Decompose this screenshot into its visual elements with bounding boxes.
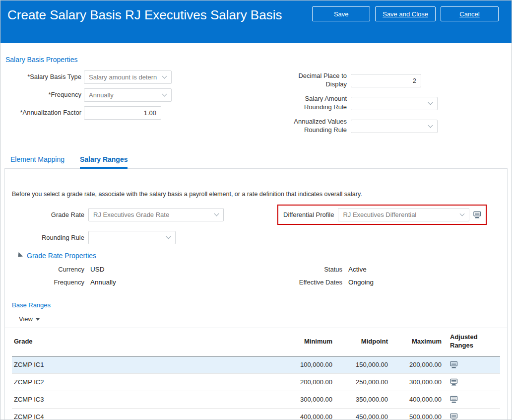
app-header: Create Salary Basis RJ Executives Salary… xyxy=(0,0,512,43)
frequency-value: Annually xyxy=(89,91,114,99)
adjusted-ranges-icon[interactable] xyxy=(450,413,458,420)
grade-frequency-value: Annually xyxy=(90,279,116,286)
salary-amount-rounding-label: Salary Amount Rounding Rule xyxy=(286,95,347,112)
grade-rate-properties-left: Currency USD Frequency Annually xyxy=(12,266,280,291)
salary-basis-type-row: *Salary Basis Type Salary amount is dete… xyxy=(5,70,286,84)
grade-rate-properties-right: Status Active Effective Dates Ongoing xyxy=(280,266,374,291)
table-row[interactable]: ZCMP IC2 200,000.00 250,000.00 300,000.0… xyxy=(12,373,500,391)
salary-basis-type-label: *Salary Basis Type xyxy=(5,73,81,81)
annualized-values-rounding-label: Annualized Values Rounding Rule xyxy=(286,118,347,135)
currency-row: Currency USD xyxy=(12,266,280,273)
currency-value: USD xyxy=(90,266,105,273)
grade-cell: ZCMP IC4 xyxy=(12,408,230,420)
status-value: Active xyxy=(348,266,367,273)
grade-rate-value: RJ Executives Grade Rate xyxy=(93,211,169,218)
chevron-down-icon xyxy=(428,123,433,128)
grade-rate-properties-title: Grade Rate Properties xyxy=(27,252,96,260)
annualization-factor-input[interactable] xyxy=(84,106,161,120)
base-ranges-link[interactable]: Base Ranges xyxy=(12,301,51,309)
decimal-place-row: Decimal Place to Display xyxy=(286,70,438,90)
differential-profile-highlight-box: Differential Profile RJ Executives Diffe… xyxy=(277,205,487,225)
column-header-grade: Grade xyxy=(12,328,230,356)
annualization-factor-row: *Annualization Factor xyxy=(5,106,286,120)
table-row[interactable]: ZCMP IC1 100,000.00 150,000.00 200,000.0… xyxy=(12,356,500,373)
decimal-place-label: Decimal Place to Display xyxy=(286,72,347,89)
differential-profile-select[interactable]: RJ Executives Differential xyxy=(338,208,469,221)
salary-amount-rounding-select[interactable] xyxy=(351,97,438,110)
rounding-rule-select[interactable] xyxy=(88,231,176,244)
caret-down-icon xyxy=(36,318,40,321)
save-and-close-button[interactable]: Save and Close xyxy=(375,6,436,21)
midpoint-cell: 150,000.00 xyxy=(333,356,389,373)
salary-amount-rounding-row: Salary Amount Rounding Rule xyxy=(286,93,438,113)
rounding-rule-label: Rounding Rule xyxy=(12,234,84,241)
table-header-row: Grade Minimum Midpoint Maximum Adjusted … xyxy=(12,328,500,356)
table-row[interactable]: ZCMP IC3 300,000.00 350,000.00 400,000.0… xyxy=(12,391,500,408)
grade-frequency-label: Frequency xyxy=(12,279,84,286)
salary-basis-type-value: Salary amount is detern xyxy=(89,73,157,81)
maximum-cell: 500,000.00 xyxy=(389,408,443,420)
chevron-down-icon xyxy=(428,100,433,105)
grade-rate-label: Grade Rate xyxy=(12,211,84,218)
effective-dates-label: Effective Dates xyxy=(280,279,342,286)
tab-bar: Element Mapping Salary Ranges xyxy=(4,152,508,169)
grade-rate-properties-disclosure[interactable]: Grade Rate Properties xyxy=(12,252,500,260)
status-label: Status xyxy=(280,266,342,273)
save-button[interactable]: Save xyxy=(312,6,370,21)
status-row: Status Active xyxy=(280,266,374,273)
chevron-down-icon xyxy=(166,234,171,239)
chevron-down-icon xyxy=(214,211,219,216)
minimum-cell: 200,000.00 xyxy=(230,373,333,391)
form-right-column: Decimal Place to Display Salary Amount R… xyxy=(286,70,438,139)
grade-rate-row: Grade Rate RJ Executives Grade Rate Diff… xyxy=(12,205,500,225)
tab-element-mapping[interactable]: Element Mapping xyxy=(10,152,64,169)
grade-cell: ZCMP IC2 xyxy=(12,373,230,391)
midpoint-cell: 350,000.00 xyxy=(333,391,389,408)
column-header-minimum: Minimum xyxy=(230,328,333,356)
differential-profile-label: Differential Profile xyxy=(283,211,334,218)
grade-rate-select[interactable]: RJ Executives Grade Rate xyxy=(88,208,224,221)
annualization-factor-label: *Annualization Factor xyxy=(5,109,81,117)
page: Create Salary Basis RJ Executives Salary… xyxy=(0,0,512,420)
column-header-midpoint: Midpoint xyxy=(333,328,389,356)
maximum-cell: 200,000.00 xyxy=(389,356,443,373)
effective-dates-row: Effective Dates Ongoing xyxy=(280,279,374,286)
salary-basis-type-select[interactable]: Salary amount is detern xyxy=(84,70,172,84)
adjusted-ranges-icon[interactable] xyxy=(450,361,458,368)
intro-text: Before you select a grade rate, associat… xyxy=(12,191,500,198)
chevron-down-icon xyxy=(460,211,465,216)
decimal-place-input[interactable] xyxy=(351,74,421,87)
salary-ranges-panel: Before you select a grade rate, associat… xyxy=(4,168,508,420)
column-header-adjusted-ranges: Adjusted Ranges xyxy=(443,328,500,356)
currency-label: Currency xyxy=(12,266,84,273)
view-menu-label: View xyxy=(19,315,33,323)
midpoint-cell: 250,000.00 xyxy=(333,373,389,391)
tab-salary-ranges[interactable]: Salary Ranges xyxy=(80,152,128,169)
table-row[interactable]: ZCMP IC4 400,000.00 450,000.00 500,000.0… xyxy=(12,408,500,420)
grade-frequency-row: Frequency Annually xyxy=(12,279,280,286)
midpoint-cell: 450,000.00 xyxy=(333,408,389,420)
form-left-column: *Salary Basis Type Salary amount is dete… xyxy=(5,70,286,139)
salary-basis-properties-link[interactable]: Salary Basis Properties xyxy=(5,56,78,64)
minimum-cell: 300,000.00 xyxy=(230,391,333,408)
header-buttons: Save Save and Close Cancel xyxy=(312,6,499,43)
section-expanded-icon xyxy=(16,252,23,259)
chevron-down-icon xyxy=(162,74,167,79)
adjusted-ranges-icon[interactable] xyxy=(450,378,458,386)
view-menu-button[interactable]: View xyxy=(19,315,40,323)
column-header-maximum: Maximum xyxy=(389,328,443,356)
minimum-cell: 400,000.00 xyxy=(230,408,333,420)
base-ranges-table: Grade Minimum Midpoint Maximum Adjusted … xyxy=(12,328,500,420)
annualized-values-rounding-select[interactable] xyxy=(351,120,438,133)
maximum-cell: 400,000.00 xyxy=(389,391,443,408)
frequency-label: *Frequency xyxy=(5,91,81,99)
effective-dates-value: Ongoing xyxy=(348,279,374,286)
adjusted-ranges-icon[interactable] xyxy=(450,396,458,403)
annualized-values-rounding-row: Annualized Values Rounding Rule xyxy=(286,116,438,136)
grade-cell: ZCMP IC3 xyxy=(12,391,230,408)
salary-basis-properties-section: Salary Basis Properties *Salary Basis Ty… xyxy=(0,43,512,139)
chevron-down-icon xyxy=(162,92,167,97)
frequency-select[interactable]: Annually xyxy=(84,88,172,102)
differential-profile-detail-icon[interactable] xyxy=(473,211,481,218)
cancel-button[interactable]: Cancel xyxy=(441,6,499,21)
